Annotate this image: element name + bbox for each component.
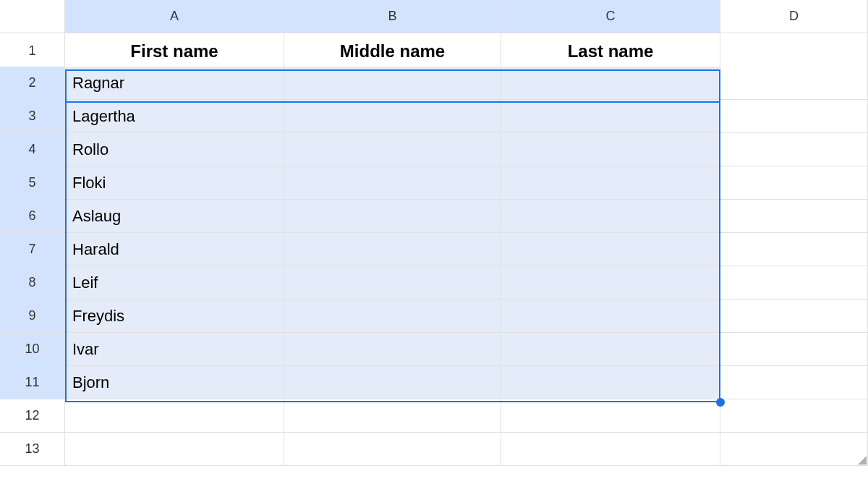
cell-b7[interactable] <box>284 233 501 266</box>
cell-d7[interactable] <box>720 233 868 266</box>
cell-c6[interactable] <box>501 200 720 233</box>
cell-a1[interactable]: First name <box>65 33 284 69</box>
cell-d4[interactable] <box>720 133 868 166</box>
col-header-a[interactable]: A <box>65 0 284 33</box>
row-header-6[interactable]: 6 <box>0 200 65 233</box>
row-header-5[interactable]: 5 <box>0 166 65 200</box>
cell-d2[interactable] <box>720 67 868 100</box>
row-header-9[interactable]: 9 <box>0 300 65 333</box>
cell-a11[interactable]: Bjorn <box>65 366 284 399</box>
select-all-corner[interactable] <box>0 0 65 33</box>
cell-a4[interactable]: Rollo <box>65 133 284 166</box>
cell-c3[interactable] <box>501 100 720 133</box>
corner-triangle-icon <box>858 456 867 465</box>
cell-a2[interactable]: Ragnar <box>65 67 284 100</box>
cell-a8[interactable]: Leif <box>65 266 284 300</box>
row-header-7[interactable]: 7 <box>0 233 65 266</box>
cell-a12[interactable] <box>65 399 284 433</box>
row-header-13[interactable]: 13 <box>0 433 65 466</box>
col-header-b[interactable]: B <box>284 0 501 33</box>
cell-b10[interactable] <box>284 333 501 366</box>
cell-b6[interactable] <box>284 200 501 233</box>
cell-c4[interactable] <box>501 133 720 166</box>
cell-b11[interactable] <box>284 366 501 399</box>
cell-c10[interactable] <box>501 333 720 366</box>
cell-b4[interactable] <box>284 133 501 166</box>
cell-d9[interactable] <box>720 300 868 333</box>
cell-d11[interactable] <box>720 366 868 399</box>
spreadsheet-grid[interactable]: A B C D 1 First name Middle name Last na… <box>0 0 868 466</box>
cell-b5[interactable] <box>284 166 501 200</box>
cell-a10[interactable]: Ivar <box>65 333 284 366</box>
cell-d12[interactable] <box>720 399 868 433</box>
cell-c1[interactable]: Last name <box>501 33 720 69</box>
cell-b1[interactable]: Middle name <box>284 33 501 69</box>
cell-a6[interactable]: Aslaug <box>65 200 284 233</box>
cell-d13[interactable] <box>720 433 868 466</box>
cell-c5[interactable] <box>501 166 720 200</box>
row-header-8[interactable]: 8 <box>0 266 65 300</box>
row-header-2[interactable]: 2 <box>0 67 65 100</box>
cell-c8[interactable] <box>501 266 720 300</box>
cell-b12[interactable] <box>284 399 501 433</box>
cell-a9[interactable]: Freydis <box>65 300 284 333</box>
cell-d5[interactable] <box>720 166 868 200</box>
cell-c9[interactable] <box>501 300 720 333</box>
cell-a7[interactable]: Harald <box>65 233 284 266</box>
row-header-11[interactable]: 11 <box>0 366 65 399</box>
row-header-10[interactable]: 10 <box>0 333 65 366</box>
cell-c2[interactable] <box>501 67 720 100</box>
cell-d6[interactable] <box>720 200 868 233</box>
cell-b3[interactable] <box>284 100 501 133</box>
cell-b9[interactable] <box>284 300 501 333</box>
cell-d3[interactable] <box>720 100 868 133</box>
cell-b8[interactable] <box>284 266 501 300</box>
cell-a13[interactable] <box>65 433 284 466</box>
row-header-4[interactable]: 4 <box>0 133 65 166</box>
row-header-1[interactable]: 1 <box>0 33 65 69</box>
cell-d10[interactable] <box>720 333 868 366</box>
cell-c12[interactable] <box>501 399 720 433</box>
col-header-c[interactable]: C <box>501 0 720 33</box>
cell-a3[interactable]: Lagertha <box>65 100 284 133</box>
cell-d8[interactable] <box>720 266 868 300</box>
row-header-12[interactable]: 12 <box>0 399 65 433</box>
cell-b2[interactable] <box>284 67 501 100</box>
cell-a5[interactable]: Floki <box>65 166 284 200</box>
cell-d1[interactable] <box>720 33 868 69</box>
row-header-3[interactable]: 3 <box>0 100 65 133</box>
cell-c11[interactable] <box>501 366 720 399</box>
col-header-d[interactable]: D <box>720 0 868 33</box>
cell-b13[interactable] <box>284 433 501 466</box>
selection-handle[interactable] <box>716 398 725 407</box>
cell-c7[interactable] <box>501 233 720 266</box>
cell-c13[interactable] <box>501 433 720 466</box>
